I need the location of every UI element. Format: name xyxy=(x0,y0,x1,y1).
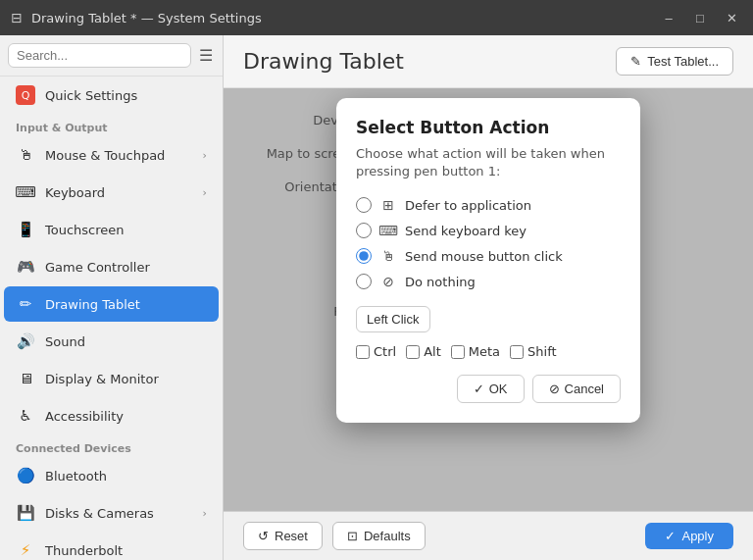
sidebar-item-touchscreen[interactable]: 📱 Touchscreen xyxy=(4,212,219,247)
click-type-dropdown[interactable]: Left Click xyxy=(356,306,430,332)
close-button[interactable]: ✕ xyxy=(718,6,745,29)
touchscreen-icon: 📱 xyxy=(16,220,35,239)
radio-mouse[interactable] xyxy=(356,248,372,264)
game-controller-icon: 🎮 xyxy=(16,257,35,277)
option-mouse[interactable]: 🖱 Send mouse button click xyxy=(356,247,621,265)
sidebar-item-bluetooth[interactable]: 🔵 Bluetooth xyxy=(4,458,219,493)
defer-label: Defer to application xyxy=(405,198,531,213)
maximize-button[interactable]: □ xyxy=(686,6,714,29)
sidebar-item-game-controller[interactable]: 🎮 Game Controller xyxy=(4,249,219,284)
meta-label: Meta xyxy=(469,344,500,359)
sidebar-item-quick-settings[interactable]: Q Quick Settings xyxy=(4,77,219,113)
mouse-touchpad-label: Mouse & Touchpad xyxy=(45,148,193,163)
shift-checkbox[interactable] xyxy=(510,345,524,359)
content-header: Drawing Tablet ✎ Test Tablet... xyxy=(224,35,753,88)
defaults-button[interactable]: ⊡ Defaults xyxy=(332,522,426,550)
accessibility-label: Accessibility xyxy=(45,409,207,424)
thunderbolt-icon: ⚡ xyxy=(16,540,35,560)
radio-defer[interactable] xyxy=(356,197,372,213)
defer-icon: ⊞ xyxy=(379,196,397,214)
test-tablet-label: Test Tablet... xyxy=(647,54,719,69)
sidebar-item-mouse-touchpad[interactable]: 🖱 Mouse & Touchpad › xyxy=(4,137,219,173)
ok-button[interactable]: ✓ OK xyxy=(457,375,525,403)
ctrl-modifier[interactable]: Ctrl xyxy=(356,344,396,359)
modifier-row: Ctrl Alt Meta Shift xyxy=(356,344,621,359)
click-type-row: Left Click xyxy=(356,306,621,332)
display-monitor-icon: 🖥 xyxy=(16,369,35,388)
drawing-tablet-icon: ✏ xyxy=(16,294,35,314)
keyboard-icon: ⌨ xyxy=(16,182,35,202)
ctrl-checkbox[interactable] xyxy=(356,345,370,359)
keyboard-action-label: Send keyboard key xyxy=(405,224,527,238)
test-tablet-button[interactable]: ✎ Test Tablet... xyxy=(616,47,733,76)
section-connected-devices: Connected Devices xyxy=(0,434,223,457)
mouse-action-icon: 🖱 xyxy=(379,247,397,265)
thunderbolt-label: Thunderbolt xyxy=(45,543,207,558)
dialog-subtitle: Choose what action will be taken when pr… xyxy=(356,145,621,180)
keyboard-action-icon: ⌨ xyxy=(379,222,397,239)
meta-checkbox[interactable] xyxy=(451,345,465,359)
shift-modifier[interactable]: Shift xyxy=(510,344,557,359)
ok-icon: ✓ xyxy=(474,382,484,396)
hamburger-button[interactable]: ☰ xyxy=(197,44,215,67)
mouse-action-label: Send mouse button click xyxy=(405,249,563,264)
apply-button[interactable]: ✓ Apply xyxy=(645,523,733,549)
option-nothing[interactable]: ⊘ Do nothing xyxy=(356,273,621,290)
reset-button[interactable]: ↺ Reset xyxy=(243,522,323,550)
disks-cameras-label: Disks & Cameras xyxy=(45,506,193,521)
select-button-action-dialog: Select Button Action Choose what action … xyxy=(336,98,640,423)
minimize-button[interactable]: – xyxy=(655,6,682,29)
display-monitor-label: Display & Monitor xyxy=(45,372,207,386)
sound-label: Sound xyxy=(45,334,207,349)
meta-modifier[interactable]: Meta xyxy=(451,344,500,359)
test-tablet-icon: ✎ xyxy=(630,54,641,69)
ok-label: OK xyxy=(489,382,508,396)
apply-icon: ✓ xyxy=(665,529,676,543)
bluetooth-label: Bluetooth xyxy=(45,469,207,484)
search-input[interactable] xyxy=(8,43,191,68)
dialog-buttons: ✓ OK ⊘ Cancel xyxy=(356,375,621,403)
window-controls: – □ ✕ xyxy=(655,6,745,29)
window-title: Drawing Tablet * — System Settings xyxy=(31,11,262,25)
sidebar-item-display-monitor[interactable]: 🖥 Display & Monitor xyxy=(4,361,219,396)
radio-nothing[interactable] xyxy=(356,274,372,289)
sidebar-search-area: ☰ xyxy=(0,35,223,76)
nothing-icon: ⊘ xyxy=(379,273,397,290)
content-body: Device: Wacom Pen and multitouch sensor … xyxy=(224,88,753,511)
chevron-icon: › xyxy=(203,149,207,162)
sidebar-item-disks-cameras[interactable]: 💾 Disks & Cameras › xyxy=(4,495,219,531)
bottom-bar: ↺ Reset ⊡ Defaults ✓ Apply xyxy=(224,511,753,560)
sidebar-item-drawing-tablet[interactable]: ✏ Drawing Tablet xyxy=(4,286,219,322)
dialog-title: Select Button Action xyxy=(356,118,621,137)
cancel-icon: ⊘ xyxy=(549,382,560,396)
sidebar-item-sound[interactable]: 🔊 Sound xyxy=(4,324,219,359)
cancel-button[interactable]: ⊘ Cancel xyxy=(532,375,621,403)
option-defer[interactable]: ⊞ Defer to application xyxy=(356,196,621,214)
app-body: ☰ Q Quick Settings Input & Output 🖱 Mous… xyxy=(0,35,753,560)
chevron-icon: › xyxy=(203,507,207,520)
radio-keyboard[interactable] xyxy=(356,223,372,238)
apply-label: Apply xyxy=(681,529,714,543)
chevron-icon: › xyxy=(203,186,207,199)
sidebar-item-keyboard[interactable]: ⌨ Keyboard › xyxy=(4,175,219,210)
alt-checkbox[interactable] xyxy=(406,345,420,359)
defaults-icon: ⊡ xyxy=(347,529,358,543)
touchscreen-label: Touchscreen xyxy=(45,223,207,237)
cancel-label: Cancel xyxy=(565,382,604,396)
nothing-label: Do nothing xyxy=(405,275,476,289)
bluetooth-icon: 🔵 xyxy=(16,466,35,485)
mouse-touchpad-icon: 🖱 xyxy=(16,145,35,165)
alt-modifier[interactable]: Alt xyxy=(406,344,441,359)
option-keyboard[interactable]: ⌨ Send keyboard key xyxy=(356,222,621,239)
title-bar-left: ⊟ Drawing Tablet * — System Settings xyxy=(8,9,262,26)
sidebar: ☰ Q Quick Settings Input & Output 🖱 Mous… xyxy=(0,35,224,560)
app-icon: ⊟ xyxy=(8,9,25,26)
sound-icon: 🔊 xyxy=(16,331,35,351)
sidebar-item-accessibility[interactable]: ♿ Accessibility xyxy=(4,398,219,433)
ctrl-label: Ctrl xyxy=(374,344,396,359)
sidebar-item-thunderbolt[interactable]: ⚡ Thunderbolt xyxy=(4,533,219,560)
keyboard-label: Keyboard xyxy=(45,185,193,200)
radio-group: ⊞ Defer to application ⌨ Send keyboard k… xyxy=(356,196,621,290)
title-bar: ⊟ Drawing Tablet * — System Settings – □… xyxy=(0,0,753,35)
page-title: Drawing Tablet xyxy=(243,49,404,74)
